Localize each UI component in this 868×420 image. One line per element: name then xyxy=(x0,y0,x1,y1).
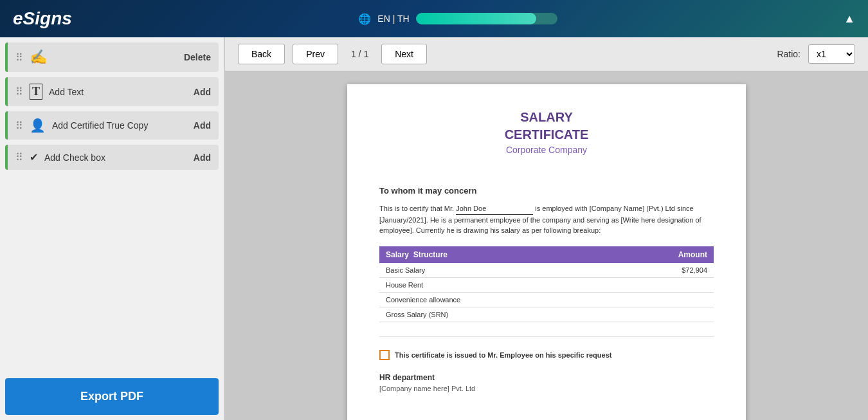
ratio-select[interactable]: x1 x1.5 x2 x0.75 xyxy=(808,44,855,64)
chevron-up-icon[interactable]: ▲ xyxy=(844,12,855,26)
signature-item[interactable]: ⠿ ✍ Delete xyxy=(5,42,219,72)
add-certified-button[interactable]: Add xyxy=(194,120,211,131)
table-row-empty xyxy=(379,322,714,336)
ratio-label: Ratio: xyxy=(777,49,800,59)
row-value xyxy=(605,307,714,322)
export-pdf-button[interactable]: Export PDF xyxy=(5,378,219,415)
doc-title-line1: SALARY xyxy=(379,110,714,125)
next-button[interactable]: Next xyxy=(381,44,427,64)
row-value xyxy=(605,277,714,292)
back-button[interactable]: Back xyxy=(238,44,285,64)
page-total: 1 xyxy=(363,49,368,59)
row-empty xyxy=(379,322,605,336)
col-header-amount: Amount xyxy=(605,246,714,263)
document-area: SALARY CERTIFICATE Corporate Company To … xyxy=(225,71,868,420)
app-header: eSigns 🌐 EN | TH ▲ xyxy=(0,0,868,37)
signature-preview: ✍ xyxy=(30,49,47,66)
col-header-structure: Salary Structure xyxy=(379,246,605,263)
table-row: Basic Salary $72,904 xyxy=(379,263,714,278)
row-label: House Rent xyxy=(379,277,605,292)
progress-bar xyxy=(416,13,536,24)
document-page: SALARY CERTIFICATE Corporate Company To … xyxy=(347,84,746,420)
table-row: Convenience allowance xyxy=(379,292,714,307)
drag-handle-icon: ⠿ xyxy=(15,120,23,132)
hr-company: [Company name here] Pvt. Ltd xyxy=(379,385,714,392)
drag-handle-icon: ⠿ xyxy=(15,51,23,64)
add-checkbox-button[interactable]: Add xyxy=(194,152,211,163)
salary-table: Salary Structure Amount Basic Salary $72… xyxy=(379,246,714,337)
row-label: Gross Salary (SRN) xyxy=(379,307,605,322)
delete-button[interactable]: Delete xyxy=(184,52,211,62)
doc-body: This is to certify that Mr. John Doe is … xyxy=(379,203,714,236)
sidebar: ⠿ ✍ Delete ⠿ T Add Text Add ⠿ 👤 Add Cert… xyxy=(0,37,225,420)
globe-icon: 🌐 xyxy=(358,13,371,25)
add-certified-item[interactable]: ⠿ 👤 Add Certified True Copy Add xyxy=(5,111,219,140)
add-checkbox-label: Add Check box xyxy=(44,152,187,163)
add-text-label: Add Text xyxy=(49,87,187,97)
header-right: ▲ xyxy=(844,12,855,26)
employee-name: John Doe xyxy=(456,203,533,215)
content-area: Back Prev 1 / 1 Next Ratio: x1 x1.5 x2 x… xyxy=(225,37,868,420)
row-value xyxy=(605,292,714,307)
add-text-item[interactable]: ⠿ T Add Text Add xyxy=(5,77,219,106)
doc-salutation: To whom it may concern xyxy=(379,186,714,196)
add-checkbox-item[interactable]: ⠿ ✔ Add Check box Add xyxy=(5,145,219,170)
header-center: 🌐 EN | TH xyxy=(72,13,844,25)
checkbox-icon: ✔ xyxy=(30,151,38,163)
certified-icon: 👤 xyxy=(30,118,46,133)
drag-handle-icon: ⠿ xyxy=(15,151,23,163)
text-icon: T xyxy=(30,84,42,100)
table-row: Gross Salary (SRN) xyxy=(379,307,714,322)
sidebar-items: ⠿ ✍ Delete ⠿ T Add Text Add ⠿ 👤 Add Cert… xyxy=(0,37,224,373)
row-value: $72,904 xyxy=(605,263,714,278)
doc-body-start: This is to certify that Mr. xyxy=(379,205,454,212)
hr-dept: HR department xyxy=(379,373,714,382)
table-row: House Rent xyxy=(379,277,714,292)
toolbar: Back Prev 1 / 1 Next Ratio: x1 x1.5 x2 x… xyxy=(225,37,868,71)
row-label: Basic Salary xyxy=(379,263,605,278)
add-certified-label: Add Certified True Copy xyxy=(52,120,187,131)
checkbox-box[interactable] xyxy=(379,350,390,360)
row-empty-value xyxy=(605,322,714,336)
page-current: 1 xyxy=(351,49,356,59)
app-logo: eSigns xyxy=(13,8,72,29)
checkbox-area: This certificate is issued to Mr. Employ… xyxy=(379,350,714,360)
page-info: 1 / 1 xyxy=(351,49,368,59)
add-text-button[interactable]: Add xyxy=(194,87,211,97)
main-layout: ⠿ ✍ Delete ⠿ T Add Text Add ⠿ 👤 Add Cert… xyxy=(0,37,868,420)
doc-company: Corporate Company xyxy=(379,145,714,155)
drag-handle-icon: ⠿ xyxy=(15,86,23,98)
prev-button[interactable]: Prev xyxy=(293,44,338,64)
doc-title-line2: CERTIFICATE xyxy=(379,127,714,142)
progress-bar-container xyxy=(416,13,557,24)
language-selector[interactable]: EN | TH xyxy=(377,14,409,24)
checkbox-label: This certificate is issued to Mr. Employ… xyxy=(395,351,611,359)
row-label: Convenience allowance xyxy=(379,292,605,307)
